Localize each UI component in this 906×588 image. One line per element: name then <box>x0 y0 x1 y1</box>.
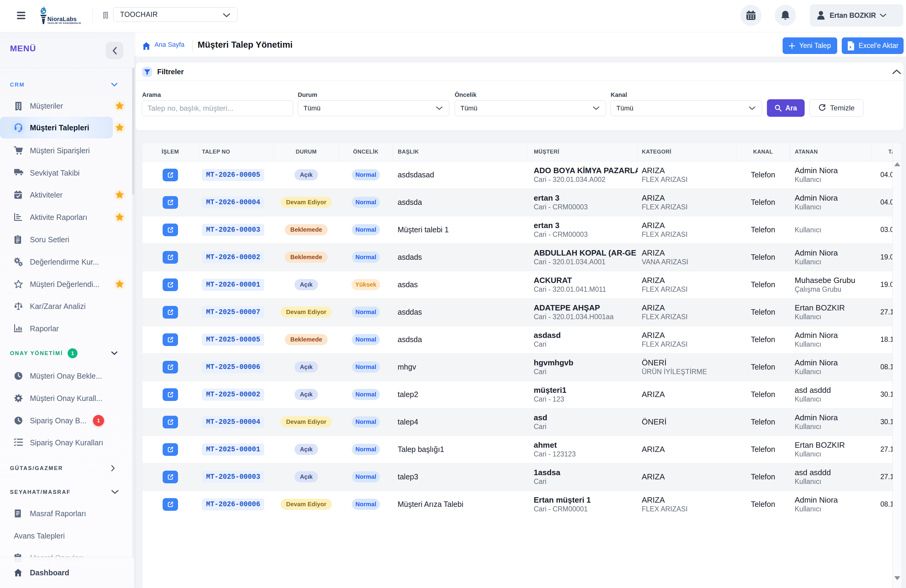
svg-text:x: x <box>849 45 852 49</box>
